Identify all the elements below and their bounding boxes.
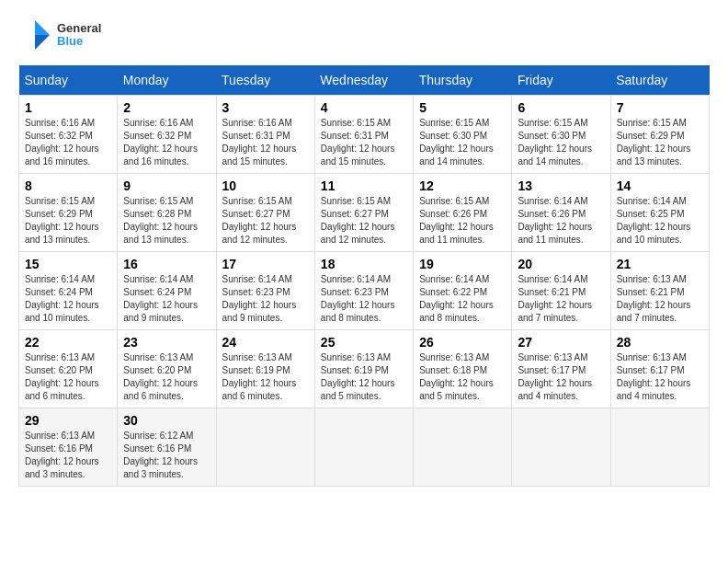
day-number: 19 <box>419 257 506 271</box>
calendar-cell: 5Sunrise: 6:15 AMSunset: 6:30 PMDaylight… <box>414 96 512 174</box>
calendar-cell: 9Sunrise: 6:15 AMSunset: 6:28 PMDaylight… <box>118 174 216 252</box>
day-number: 18 <box>321 257 407 271</box>
calendar-cell: 20Sunrise: 6:14 AMSunset: 6:21 PMDayligh… <box>512 252 610 330</box>
day-number: 10 <box>222 178 309 193</box>
day-number: 21 <box>617 257 703 271</box>
cell-info: Sunrise: 6:13 AMSunset: 6:19 PMDaylight:… <box>321 351 407 403</box>
day-number: 11 <box>321 178 407 193</box>
calendar-body: 1Sunrise: 6:16 AMSunset: 6:32 PMDaylight… <box>19 96 710 487</box>
calendar-cell: 17Sunrise: 6:14 AMSunset: 6:23 PMDayligh… <box>216 252 314 330</box>
cell-info: Sunrise: 6:13 AMSunset: 6:17 PMDaylight:… <box>617 351 703 403</box>
day-number: 23 <box>123 335 210 350</box>
calendar-cell: 18Sunrise: 6:14 AMSunset: 6:23 PMDayligh… <box>314 252 413 330</box>
calendar-table: SundayMondayTuesdayWednesdayThursdayFrid… <box>18 65 710 487</box>
cell-info: Sunrise: 6:13 AMSunset: 6:20 PMDaylight:… <box>25 351 111 403</box>
calendar-cell: 14Sunrise: 6:14 AMSunset: 6:25 PMDayligh… <box>610 174 709 252</box>
calendar-header: SundayMondayTuesdayWednesdayThursdayFrid… <box>19 65 710 96</box>
calendar-cell: 12Sunrise: 6:15 AMSunset: 6:26 PMDayligh… <box>414 174 512 252</box>
cell-info: Sunrise: 6:14 AMSunset: 6:21 PMDaylight:… <box>518 273 604 325</box>
calendar-cell: 28Sunrise: 6:13 AMSunset: 6:17 PMDayligh… <box>610 330 709 408</box>
calendar-cell <box>414 408 512 487</box>
week-row-1: 1Sunrise: 6:16 AMSunset: 6:32 PMDaylight… <box>19 96 710 174</box>
cell-info: Sunrise: 6:15 AMSunset: 6:28 PMDaylight:… <box>123 195 210 247</box>
calendar-cell: 27Sunrise: 6:13 AMSunset: 6:17 PMDayligh… <box>512 330 610 408</box>
header-row: SundayMondayTuesdayWednesdayThursdayFrid… <box>19 65 710 96</box>
header-saturday: Saturday <box>610 65 709 96</box>
cell-info: Sunrise: 6:14 AMSunset: 6:23 PMDaylight:… <box>321 273 407 325</box>
calendar-cell: 15Sunrise: 6:14 AMSunset: 6:24 PMDayligh… <box>19 252 118 330</box>
cell-info: Sunrise: 6:15 AMSunset: 6:27 PMDaylight:… <box>321 195 407 247</box>
cell-info: Sunrise: 6:14 AMSunset: 6:23 PMDaylight:… <box>222 273 309 325</box>
day-number: 17 <box>222 257 309 271</box>
calendar-cell: 19Sunrise: 6:14 AMSunset: 6:22 PMDayligh… <box>414 252 512 330</box>
logo-blue: Blue <box>57 35 101 48</box>
cell-info: Sunrise: 6:15 AMSunset: 6:27 PMDaylight:… <box>222 195 309 247</box>
cell-info: Sunrise: 6:15 AMSunset: 6:29 PMDaylight:… <box>25 195 111 247</box>
day-number: 25 <box>321 335 407 350</box>
calendar-cell: 11Sunrise: 6:15 AMSunset: 6:27 PMDayligh… <box>314 174 413 252</box>
cell-info: Sunrise: 6:14 AMSunset: 6:26 PMDaylight:… <box>518 195 604 247</box>
day-number: 22 <box>25 335 111 350</box>
logo-general: General <box>57 22 101 35</box>
day-number: 7 <box>617 100 703 115</box>
logo-svg <box>18 18 51 52</box>
calendar-cell: 22Sunrise: 6:13 AMSunset: 6:20 PMDayligh… <box>19 330 118 408</box>
cell-info: Sunrise: 6:15 AMSunset: 6:26 PMDaylight:… <box>419 195 506 247</box>
day-number: 14 <box>617 178 703 193</box>
calendar-cell: 3Sunrise: 6:16 AMSunset: 6:31 PMDaylight… <box>216 96 314 174</box>
cell-info: Sunrise: 6:14 AMSunset: 6:22 PMDaylight:… <box>419 273 506 325</box>
week-row-5: 29Sunrise: 6:13 AMSunset: 6:16 PMDayligh… <box>19 408 710 487</box>
calendar-cell: 1Sunrise: 6:16 AMSunset: 6:32 PMDaylight… <box>19 96 118 174</box>
header-tuesday: Tuesday <box>216 65 314 96</box>
day-number: 29 <box>25 413 111 428</box>
day-number: 6 <box>518 100 604 115</box>
calendar-cell: 2Sunrise: 6:16 AMSunset: 6:32 PMDaylight… <box>118 96 216 174</box>
calendar-cell: 8Sunrise: 6:15 AMSunset: 6:29 PMDaylight… <box>19 174 118 252</box>
calendar-cell: 16Sunrise: 6:14 AMSunset: 6:24 PMDayligh… <box>118 252 216 330</box>
cell-info: Sunrise: 6:13 AMSunset: 6:17 PMDaylight:… <box>518 351 604 403</box>
svg-marker-2 <box>35 35 50 50</box>
calendar-cell: 25Sunrise: 6:13 AMSunset: 6:19 PMDayligh… <box>314 330 413 408</box>
day-number: 9 <box>123 178 210 193</box>
cell-info: Sunrise: 6:15 AMSunset: 6:29 PMDaylight:… <box>617 117 703 168</box>
day-number: 1 <box>25 100 111 115</box>
day-number: 24 <box>222 335 309 350</box>
page-header: GeneralBlue <box>18 18 710 52</box>
calendar-cell: 23Sunrise: 6:13 AMSunset: 6:20 PMDayligh… <box>118 330 216 408</box>
day-number: 3 <box>222 100 309 115</box>
header-wednesday: Wednesday <box>314 65 413 96</box>
calendar-cell <box>314 408 413 487</box>
calendar-cell: 30Sunrise: 6:12 AMSunset: 6:16 PMDayligh… <box>118 408 216 487</box>
cell-info: Sunrise: 6:13 AMSunset: 6:16 PMDaylight:… <box>25 430 111 481</box>
day-number: 13 <box>518 178 604 193</box>
cell-info: Sunrise: 6:13 AMSunset: 6:21 PMDaylight:… <box>617 273 703 325</box>
svg-marker-1 <box>35 20 50 35</box>
day-number: 20 <box>518 257 604 271</box>
cell-info: Sunrise: 6:13 AMSunset: 6:18 PMDaylight:… <box>419 351 506 403</box>
day-number: 27 <box>518 335 604 350</box>
cell-info: Sunrise: 6:16 AMSunset: 6:31 PMDaylight:… <box>222 117 309 168</box>
calendar-cell: 10Sunrise: 6:15 AMSunset: 6:27 PMDayligh… <box>216 174 314 252</box>
calendar-cell <box>216 408 314 487</box>
cell-info: Sunrise: 6:15 AMSunset: 6:31 PMDaylight:… <box>321 117 407 168</box>
calendar-cell: 29Sunrise: 6:13 AMSunset: 6:16 PMDayligh… <box>19 408 118 487</box>
header-sunday: Sunday <box>19 65 118 96</box>
cell-info: Sunrise: 6:16 AMSunset: 6:32 PMDaylight:… <box>123 117 210 168</box>
calendar-cell: 26Sunrise: 6:13 AMSunset: 6:18 PMDayligh… <box>414 330 512 408</box>
day-number: 26 <box>419 335 506 350</box>
calendar-cell: 13Sunrise: 6:14 AMSunset: 6:26 PMDayligh… <box>512 174 610 252</box>
header-thursday: Thursday <box>414 65 512 96</box>
week-row-3: 15Sunrise: 6:14 AMSunset: 6:24 PMDayligh… <box>19 252 710 330</box>
cell-info: Sunrise: 6:13 AMSunset: 6:20 PMDaylight:… <box>123 351 210 403</box>
week-row-4: 22Sunrise: 6:13 AMSunset: 6:20 PMDayligh… <box>19 330 710 408</box>
logo: GeneralBlue <box>18 18 101 52</box>
calendar-cell <box>610 408 709 487</box>
day-number: 5 <box>419 100 506 115</box>
week-row-2: 8Sunrise: 6:15 AMSunset: 6:29 PMDaylight… <box>19 174 710 252</box>
cell-info: Sunrise: 6:14 AMSunset: 6:25 PMDaylight:… <box>617 195 703 247</box>
calendar-cell: 6Sunrise: 6:15 AMSunset: 6:30 PMDaylight… <box>512 96 610 174</box>
day-number: 12 <box>419 178 506 193</box>
calendar-cell: 4Sunrise: 6:15 AMSunset: 6:31 PMDaylight… <box>314 96 413 174</box>
calendar-cell: 7Sunrise: 6:15 AMSunset: 6:29 PMDaylight… <box>610 96 709 174</box>
day-number: 16 <box>123 257 210 271</box>
